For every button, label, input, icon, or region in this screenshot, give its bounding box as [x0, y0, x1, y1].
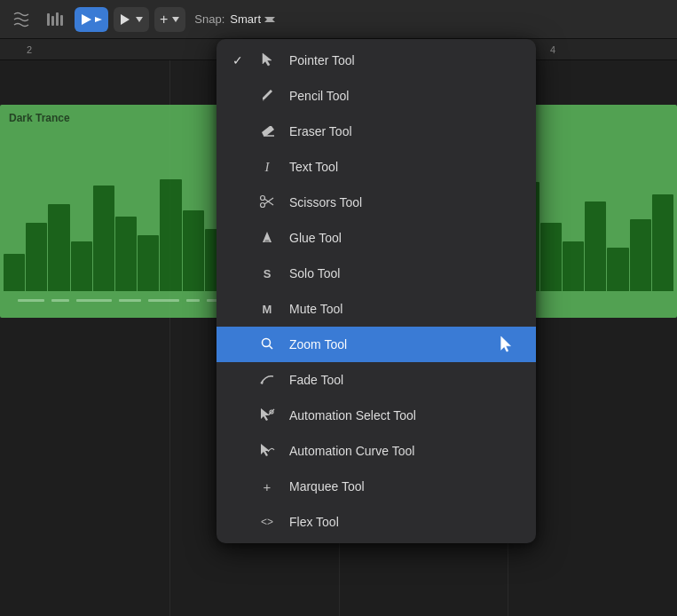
auto-select-tool-label: Automation Select Tool: [289, 408, 416, 423]
svg-rect-0: [47, 13, 50, 26]
svg-line-17: [264, 198, 273, 204]
scissors-tool-label: Scissors Tool: [289, 195, 362, 209]
wave-bar: [138, 235, 159, 291]
plus-icon: +: [160, 12, 168, 28]
svg-rect-3: [60, 15, 63, 26]
svg-marker-4: [82, 14, 91, 25]
svg-marker-8: [172, 17, 179, 22]
wave-bar: [585, 201, 606, 291]
pencil-icon: [257, 88, 277, 105]
wave-bar: [4, 254, 25, 291]
fade-icon: [257, 373, 277, 388]
tool-dropdown-menu: ✓ Pointer Tool Pencil Tool Eraser Tool: [216, 39, 536, 543]
svg-marker-12: [262, 126, 274, 136]
eraser-icon: [257, 123, 277, 140]
wave-bar: [652, 194, 673, 291]
auto-curve-tool-label: Automation Curve Tool: [289, 444, 414, 458]
menu-item-mute[interactable]: M Mute Tool: [216, 291, 536, 327]
marquee-icon: +: [257, 479, 277, 494]
auto-select-icon: [257, 407, 277, 424]
svg-line-21: [270, 345, 273, 349]
zoom-icon: [257, 336, 277, 353]
menu-item-auto-curve[interactable]: Automation Curve Tool: [216, 433, 536, 469]
glue-icon: [257, 230, 277, 247]
wave-bar: [630, 219, 651, 291]
pointer-tool-label: Pointer Tool: [289, 53, 355, 67]
svg-marker-19: [264, 240, 270, 242]
marquee-tool-label: Marquee Tool: [289, 479, 365, 494]
svg-marker-24: [261, 408, 270, 421]
wave-bar: [93, 186, 114, 291]
menu-item-solo[interactable]: S Solo Tool: [216, 256, 536, 291]
svg-rect-1: [51, 16, 54, 26]
track-name-label: Dark Trance: [9, 112, 70, 124]
dash: [51, 299, 69, 302]
snap-area: Snap: Smart: [194, 12, 275, 26]
menu-item-pencil[interactable]: Pencil Tool: [216, 78, 536, 114]
wave-bar: [160, 179, 181, 291]
svg-point-15: [261, 202, 265, 207]
dash: [119, 299, 141, 302]
menu-item-pointer[interactable]: ✓ Pointer Tool: [216, 43, 536, 78]
pointer-icon: [257, 52, 277, 69]
menu-item-eraser[interactable]: Eraser Tool: [216, 114, 536, 149]
cursor-icon: [499, 336, 515, 353]
fade-tool-label: Fade Tool: [289, 373, 343, 387]
svg-marker-5: [95, 17, 102, 22]
wave-bar: [563, 241, 584, 291]
snap-label: Snap:: [194, 12, 224, 26]
dash: [76, 299, 112, 302]
menu-item-glue[interactable]: Glue Tool: [216, 220, 536, 256]
ruler-mark-2: 2: [27, 44, 32, 55]
svg-marker-27: [261, 444, 270, 456]
svg-point-20: [263, 338, 271, 346]
tool-selector[interactable]: [114, 7, 149, 32]
menu-item-zoom[interactable]: Zoom Tool: [216, 327, 536, 362]
wave-bar: [26, 223, 47, 291]
wave-bar: [540, 223, 562, 291]
spectrum-icon[interactable]: [41, 7, 69, 32]
svg-point-14: [261, 195, 265, 200]
mute-tool-label: Mute Tool: [289, 302, 342, 316]
scissors-icon: [257, 194, 277, 211]
svg-marker-6: [121, 14, 130, 25]
flex-tool-label: Flex Tool: [289, 515, 339, 529]
flex-icon: <>: [257, 516, 277, 528]
active-tool-button[interactable]: [75, 7, 108, 32]
zoom-tool-label: Zoom Tool: [289, 337, 347, 351]
eraser-tool-label: Eraser Tool: [289, 124, 352, 138]
solo-icon: S: [257, 267, 277, 280]
mute-icon: M: [257, 303, 277, 316]
menu-item-flex[interactable]: <> Flex Tool: [216, 504, 536, 540]
wave-bar: [183, 210, 204, 291]
pencil-tool-label: Pencil Tool: [289, 89, 349, 103]
menu-item-fade[interactable]: Fade Tool: [216, 362, 536, 398]
wave-bar: [607, 248, 628, 291]
ruler-mark-4: 4: [550, 44, 555, 55]
wave-bar: [71, 241, 92, 291]
dash: [186, 299, 200, 302]
svg-marker-7: [136, 17, 143, 22]
menu-item-auto-select[interactable]: Automation Select Tool: [216, 398, 536, 433]
dash: [148, 299, 179, 302]
svg-marker-11: [263, 53, 272, 66]
text-tool-label: Text Tool: [289, 160, 338, 174]
snap-value-text: Smart: [230, 12, 261, 26]
menu-item-text[interactable]: I Text Tool: [216, 149, 536, 185]
text-tool-icon: I: [257, 160, 277, 175]
dash: [18, 299, 44, 302]
auto-curve-icon: [257, 443, 277, 460]
menu-item-marquee[interactable]: + Marquee Tool: [216, 469, 536, 504]
svg-rect-2: [56, 12, 59, 26]
svg-line-16: [264, 199, 273, 205]
menu-item-scissors[interactable]: Scissors Tool: [216, 185, 536, 220]
solo-tool-label: Solo Tool: [289, 266, 340, 280]
toolbar: + Snap: Smart: [0, 0, 677, 39]
svg-marker-22: [501, 336, 511, 351]
wave-bar: [48, 204, 69, 291]
glue-tool-label: Glue Tool: [289, 231, 342, 245]
wave-bar: [115, 217, 137, 291]
filter-icon[interactable]: [7, 7, 35, 32]
plus-tool-selector[interactable]: +: [154, 7, 185, 32]
snap-value-selector[interactable]: Smart: [230, 12, 275, 26]
